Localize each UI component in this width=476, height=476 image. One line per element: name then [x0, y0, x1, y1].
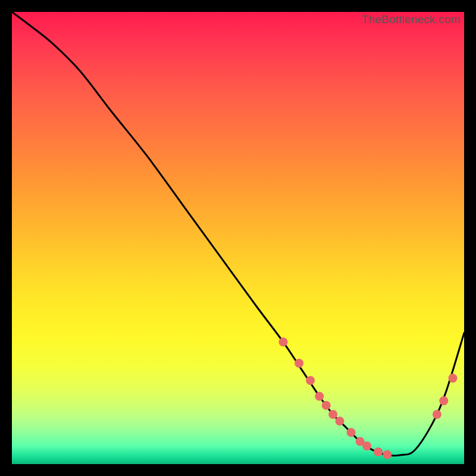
- chart-frame: TheBottleneck.com: [0, 0, 476, 476]
- highlight-dot: [328, 410, 337, 419]
- highlight-dot: [362, 441, 371, 450]
- highlight-dot: [439, 396, 448, 405]
- plot-area: TheBottleneck.com: [12, 12, 464, 464]
- curve-svg: [12, 12, 464, 464]
- highlight-dot: [374, 447, 383, 456]
- highlight-dot: [322, 401, 331, 410]
- highlight-dot: [433, 410, 441, 419]
- highlight-dot: [315, 392, 324, 401]
- highlight-dot: [295, 359, 303, 368]
- highlight-dot: [306, 376, 315, 385]
- highlight-dot: [347, 428, 356, 437]
- highlight-dot: [279, 337, 288, 346]
- highlight-dot: [336, 416, 345, 425]
- bottleneck-curve: [12, 12, 464, 456]
- highlight-dot: [449, 374, 458, 383]
- highlight-dots: [279, 337, 458, 459]
- highlight-dot: [383, 450, 392, 459]
